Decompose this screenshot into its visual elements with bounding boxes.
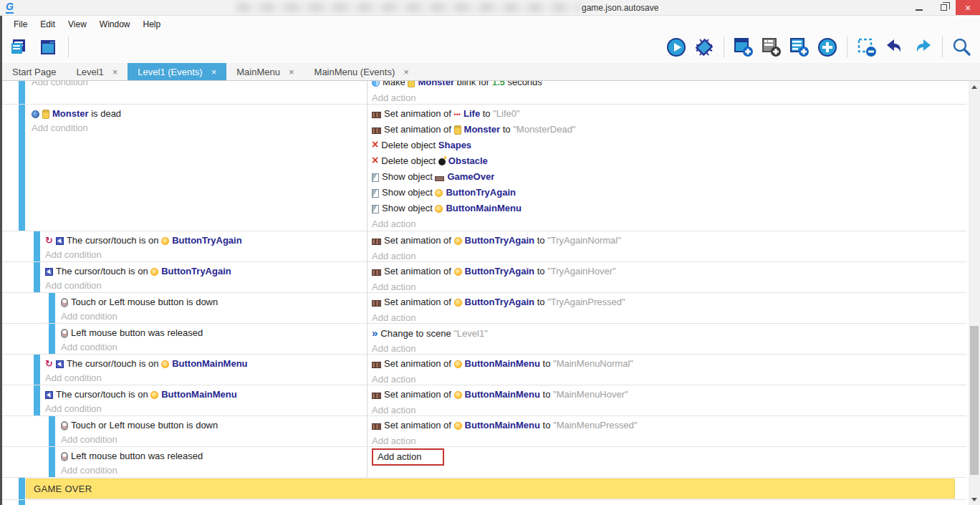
comment-row[interactable]: GAME OVER	[2, 478, 966, 500]
condition-line[interactable]: Left mouse button was released	[61, 324, 367, 340]
restore-button[interactable]	[931, 0, 956, 15]
action-line[interactable]: Set animation of ButtonMainMenu to "Main…	[372, 356, 955, 372]
add-external-events-icon[interactable]	[761, 37, 782, 58]
tab-mainmenu[interactable]: MainMenu×	[226, 63, 304, 80]
scrollbar-thumb[interactable]	[970, 326, 979, 475]
close-tab-icon[interactable]: ×	[112, 67, 118, 77]
add-action-placeholder[interactable]: Add action	[372, 216, 955, 231]
tab-start-page[interactable]: Start Page	[2, 63, 66, 80]
scene-editor-icon[interactable]	[37, 37, 59, 58]
add-condition-placeholder[interactable]: Add condition	[61, 463, 367, 477]
action-line[interactable]: Delete object Shapes	[372, 138, 955, 153]
undo-icon[interactable]	[884, 37, 905, 58]
event-row[interactable]: Left mouse button was released Add condi…	[2, 447, 966, 478]
condition-line[interactable]: Left mouse button was released	[61, 447, 367, 463]
add-action-placeholder[interactable]: Add action	[372, 90, 955, 104]
action-line[interactable]: Set animation of ButtonTryAgain to "TryA…	[372, 264, 955, 279]
close-tab-icon[interactable]: ×	[211, 67, 217, 77]
add-action-placeholder[interactable]: Add action	[372, 310, 955, 323]
set-animation-icon	[372, 269, 381, 276]
event-row[interactable]: The cursor/touch is on ButtonTryAgain Ad…	[2, 231, 966, 262]
add-condition-placeholder[interactable]: Add condition	[45, 247, 367, 261]
condition-line[interactable]: The cursor/touch is on ButtonMainMenu	[45, 385, 367, 401]
action-line[interactable]: Set animation of ButtonMainMenu to "Main…	[372, 387, 955, 403]
object-name: ButtonMainMenu	[172, 358, 247, 369]
add-object-icon[interactable]	[817, 37, 838, 58]
menu-help[interactable]: Help	[137, 18, 168, 31]
debugger-bug-icon[interactable]	[693, 37, 715, 58]
add-condition-placeholder[interactable]: Add condition	[45, 401, 367, 415]
action-line[interactable]: Change to scene "Level1"	[372, 325, 955, 341]
close-tab-icon[interactable]: ×	[289, 67, 294, 77]
scroll-up-icon[interactable]	[969, 81, 980, 92]
invert-icon	[45, 356, 53, 372]
add-condition-placeholder[interactable]: Add condition	[61, 340, 367, 354]
menu-window[interactable]: Window	[93, 18, 137, 31]
search-icon[interactable]	[951, 37, 973, 58]
redo-icon[interactable]	[912, 37, 933, 58]
action-line[interactable]: Show object ButtonMainMenu	[372, 201, 955, 216]
condition-line[interactable]: The cursor/touch is on ButtonTryAgain	[45, 262, 367, 278]
object-name: Monster	[52, 108, 89, 119]
event-row[interactable]: Touch or Left mouse button is down Add c…	[2, 293, 966, 324]
action-line[interactable]: Show object GameOver	[372, 169, 955, 185]
text-segment: Set animation of	[384, 358, 454, 369]
action-line[interactable]: Show object ButtonTryAgain	[372, 185, 955, 201]
add-condition-placeholder[interactable]: Add condition	[61, 309, 367, 323]
project-manager-icon[interactable]	[9, 37, 30, 58]
event-selection-bar[interactable]	[19, 478, 25, 499]
event-selection-bar[interactable]	[19, 500, 25, 505]
condition-line[interactable]: The cursor/touch is on ButtonTryAgain	[45, 231, 367, 247]
event-row[interactable]: Monster is dead Add condition Set animat…	[2, 105, 966, 231]
action-line[interactable]: Set animation of ButtonTryAgain to "TryA…	[372, 233, 955, 249]
add-action-placeholder[interactable]: Add action	[372, 372, 955, 385]
tab-level1[interactable]: Level1×	[66, 63, 128, 80]
add-comment-icon[interactable]	[789, 37, 810, 58]
menu-file[interactable]: File	[7, 18, 34, 31]
preview-play-icon[interactable]	[666, 37, 687, 58]
condition-line[interactable]: The cursor/touch is on ButtonMainMenu	[45, 355, 367, 370]
add-event-icon[interactable]	[733, 37, 754, 58]
event-row[interactable]: The cursor/touch is on ButtonMainMenu Ad…	[2, 385, 966, 416]
condition-line[interactable]: Touch or Left mouse button is down	[61, 293, 367, 309]
tab-level1-events[interactable]: Level1 (Events)×	[128, 63, 226, 80]
tab-mainmenu-events[interactable]: MainMenu (Events)×	[304, 63, 419, 80]
close-button[interactable]: ×	[956, 0, 980, 15]
add-condition-placeholder[interactable]: Add condition	[61, 432, 367, 446]
close-tab-icon[interactable]: ×	[403, 67, 409, 77]
add-condition-placeholder[interactable]: Add condition	[32, 81, 367, 90]
add-condition-placeholder[interactable]: Add condition	[32, 120, 367, 136]
delete-event-icon[interactable]	[856, 37, 878, 58]
action-line[interactable]: Set animation of Monster to "MonsterDead…	[372, 122, 955, 138]
action-line[interactable]: Make Monster blink for 1.5 seconds	[372, 81, 955, 90]
add-condition-placeholder[interactable]: Add condition	[45, 370, 367, 385]
add-action-placeholder[interactable]: Add action	[372, 341, 955, 354]
event-row[interactable]: The cursor/touch is on ButtonTryAgain Ad…	[2, 262, 966, 293]
action-line[interactable]: Set animation of ButtonMainMenu to "Main…	[372, 418, 955, 433]
text-segment: Left mouse button was released	[71, 451, 203, 461]
menu-edit[interactable]: Edit	[34, 18, 62, 31]
action-line[interactable]: Set animation of Life to "Life0"	[372, 106, 955, 122]
add-action-placeholder[interactable]: Add action	[372, 433, 955, 446]
event-row[interactable]	[2, 500, 966, 505]
vertical-scrollbar[interactable]	[969, 81, 980, 505]
event-row[interactable]: Touch or Left mouse button is down Add c…	[2, 416, 966, 447]
minimize-button[interactable]	[907, 0, 931, 15]
comment-text[interactable]: GAME OVER	[26, 478, 955, 499]
scroll-down-icon[interactable]	[969, 494, 980, 505]
add-action-placeholder[interactable]: Add action	[372, 279, 955, 292]
event-row[interactable]: Left mouse button was released Add condi…	[2, 324, 966, 355]
menu-view[interactable]: View	[62, 18, 93, 31]
event-row[interactable]: Add condition Make Monster blink for 1.5…	[2, 81, 966, 105]
add-action-placeholder[interactable]: Add action	[372, 249, 955, 261]
event-row[interactable]: The cursor/touch is on ButtonMainMenu Ad…	[2, 355, 966, 385]
add-action-highlighted[interactable]: Add action	[372, 448, 444, 466]
gdevelop-window: G game.json.autosave × File Edit View Wi…	[0, 0, 980, 505]
text-segment: Set animation of	[384, 297, 454, 307]
condition-line[interactable]: Touch or Left mouse button is down	[61, 416, 367, 432]
action-line[interactable]: Set animation of ButtonTryAgain to "TryA…	[372, 294, 955, 310]
action-line[interactable]: Delete object Obstacle	[372, 153, 955, 169]
condition-line[interactable]: Monster is dead	[32, 105, 367, 120]
add-action-placeholder[interactable]: Add action	[372, 403, 955, 415]
add-condition-placeholder[interactable]: Add condition	[45, 278, 367, 292]
